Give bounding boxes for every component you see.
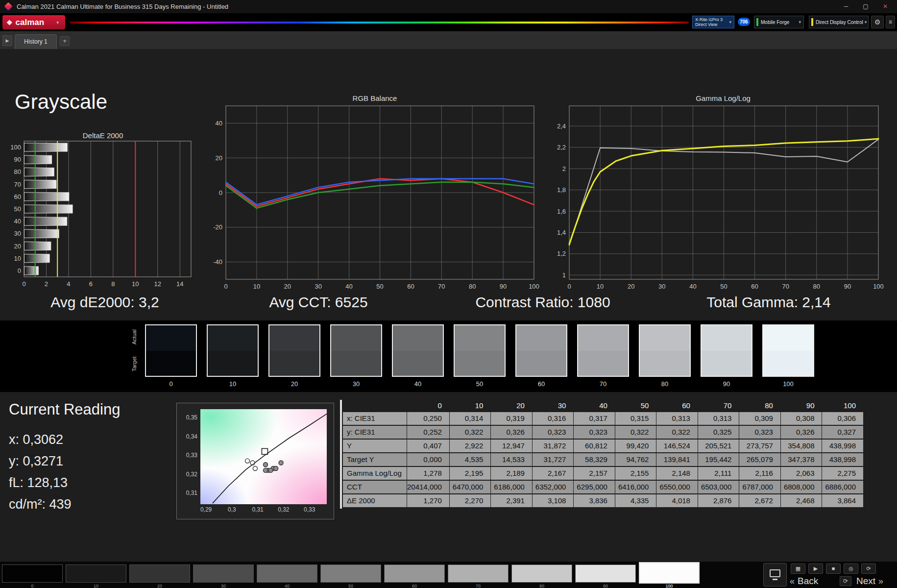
- patch-box: [577, 324, 629, 377]
- tick-label: 80: [14, 168, 21, 175]
- toolbar: ❖ calman ▾ X-Rite i1Pro 3 Direct View ▾ …: [0, 13, 897, 31]
- table-cell: 2,876: [698, 494, 739, 507]
- avg-cct-stat: Avg CCT: 6525: [269, 294, 367, 311]
- tick-label: 1,6: [557, 208, 566, 215]
- menu-button[interactable]: ≡: [886, 16, 895, 28]
- pattern-swatch-90[interactable]: 90: [575, 562, 636, 588]
- pattern-swatch-20[interactable]: 20: [129, 562, 190, 588]
- lower-section: Current Reading x: 0,3062 y: 0,3271 fL: …: [0, 392, 897, 561]
- pattern-swatch-80[interactable]: 80: [511, 562, 572, 588]
- tick-label: 10: [132, 280, 139, 288]
- table-cell: 2,157: [574, 467, 615, 480]
- row-label: x: CIE31: [343, 412, 407, 425]
- table-cell: 6886,000: [822, 481, 863, 493]
- column-header: 20: [491, 400, 532, 411]
- patch-level-label: 100: [762, 380, 814, 388]
- deltae-bar: [24, 143, 68, 151]
- patch-level-label: 20: [268, 380, 320, 388]
- stop-button[interactable]: ■: [826, 564, 841, 574]
- table-cell: 3,108: [533, 494, 574, 507]
- pattern-grid-button[interactable]: ▦: [791, 564, 805, 574]
- refresh-button[interactable]: ⟳: [840, 576, 851, 586]
- reading-y: y: 0,3271: [9, 454, 63, 469]
- pattern-swatch-50[interactable]: 50: [320, 562, 381, 588]
- tick-label: 40: [345, 283, 352, 290]
- grayscale-patch-10: 10: [207, 324, 259, 388]
- tick-label: 20: [14, 243, 21, 250]
- pattern-color: [193, 564, 254, 583]
- table-cell: 0,407: [407, 440, 449, 452]
- table-cell: 2,148: [656, 467, 698, 480]
- tick-label: 4: [67, 280, 70, 288]
- tick-label: 70: [438, 283, 445, 290]
- tick-label: 6: [89, 280, 93, 288]
- table-cell: 6808,000: [781, 481, 822, 493]
- loop-button[interactable]: ⟳: [861, 564, 876, 574]
- tick-label: 2: [45, 280, 48, 288]
- table-cell: 0,317: [574, 412, 615, 425]
- row-label: Target Y: [343, 453, 407, 466]
- maximize-button[interactable]: ▢: [856, 0, 875, 13]
- measurement-point: [264, 463, 268, 467]
- measurement-point: [279, 461, 283, 465]
- tick-label: 0: [219, 189, 222, 196]
- tick-label: 10: [597, 283, 604, 290]
- pattern-swatch-100[interactable]: 100: [639, 562, 700, 588]
- tick-label: 1,4: [557, 229, 566, 236]
- table-cell: 2,922: [450, 440, 491, 452]
- pattern-swatch-60[interactable]: 60: [384, 562, 445, 588]
- table-cell: 6503,000: [698, 481, 739, 493]
- tab-history-1[interactable]: History 1: [15, 34, 57, 49]
- table-cell: 0,323: [574, 426, 615, 439]
- pattern-swatch-0[interactable]: 0: [2, 562, 63, 588]
- table-cell: 0,323: [739, 426, 780, 439]
- pattern-swatch-10[interactable]: 10: [66, 562, 126, 588]
- cie-x-tick: 0,3: [222, 506, 242, 513]
- back-button[interactable]: « Back: [790, 575, 818, 587]
- tick-label: 2,4: [557, 122, 566, 130]
- table-cell: 1,278: [407, 467, 449, 480]
- table-cell: 139,841: [656, 453, 698, 466]
- deltae-bar: [24, 217, 67, 225]
- measurement-point: [264, 468, 268, 472]
- pattern-swatch-70[interactable]: 70: [448, 562, 509, 588]
- tick-label: 30: [14, 230, 21, 237]
- next-button[interactable]: Next »: [856, 575, 883, 587]
- deltae-bar: [24, 205, 73, 213]
- minimize-button[interactable]: ─: [836, 0, 856, 13]
- measurement-point: [250, 461, 255, 465]
- pattern-swatch-40[interactable]: 40: [257, 562, 317, 588]
- target-button[interactable]: ◎: [844, 564, 858, 574]
- cie-x-tick: 0,33: [300, 506, 319, 513]
- grayscale-patch-90: 90: [701, 324, 752, 388]
- tick-label: 0: [224, 283, 227, 290]
- table-cell: 2,111: [698, 467, 739, 480]
- calman-logo-button[interactable]: ❖ calman ▾: [2, 15, 65, 29]
- measurement-table: 0102030405060708090100x: CIE310,2500,314…: [343, 400, 863, 507]
- deltae-bar: [24, 254, 50, 263]
- grayscale-patch-0: 0: [145, 324, 197, 388]
- close-button[interactable]: ✕: [875, 0, 895, 13]
- tab-scroll-button[interactable]: ▶: [2, 35, 12, 46]
- meter-dropdown[interactable]: X-Rite i1Pro 3 Direct View ▾: [692, 16, 734, 28]
- settings-gear-button[interactable]: ⚙: [871, 16, 884, 28]
- row-label: Y: [343, 440, 407, 452]
- pattern-level-label: 90: [575, 584, 636, 588]
- table-cell: 6550,000: [656, 481, 698, 493]
- table-cell: 205,521: [698, 440, 739, 452]
- tick-label: 20: [284, 283, 291, 290]
- pattern-level-label: 70: [448, 584, 509, 588]
- add-tab-button[interactable]: +: [60, 36, 70, 46]
- source-dropdown[interactable]: Mobile Forge ▾: [754, 16, 804, 28]
- play-button[interactable]: ▶: [808, 564, 823, 574]
- display-control-dropdown[interactable]: Direct Display Control ▾: [809, 16, 869, 28]
- current-reading-title: Current Reading: [9, 401, 120, 418]
- table-cell: 0,325: [698, 426, 739, 439]
- tick-label: 1: [562, 271, 566, 279]
- tick-label: 90: [844, 283, 851, 290]
- tick-label: 30: [315, 283, 321, 290]
- planckian-locus: [213, 414, 327, 504]
- pattern-swatch-30[interactable]: 30: [193, 562, 254, 588]
- column-header: 70: [698, 400, 739, 411]
- cie-y-tick: 0,34: [179, 433, 197, 440]
